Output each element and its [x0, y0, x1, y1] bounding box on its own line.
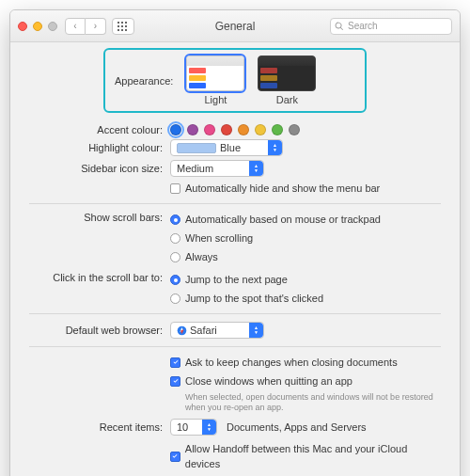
scrollclick-label: Click in the scroll bar to:	[29, 272, 170, 283]
radio-label: Jump to the spot that's clicked	[185, 291, 323, 306]
titlebar: ‹ › General Search	[10, 10, 460, 42]
accent-dot-1[interactable]	[187, 124, 198, 135]
accent-dots	[170, 124, 300, 135]
recent-value: 10	[177, 421, 188, 433]
radio-icon	[170, 214, 180, 225]
scrollclick-option-0[interactable]: Jump to the next page	[170, 272, 288, 287]
radio-label: Jump to the next page	[185, 272, 288, 287]
radio-label: Always	[185, 249, 218, 264]
chevron-icon	[202, 420, 216, 435]
safari-icon	[177, 325, 187, 336]
svg-rect-1	[121, 22, 123, 24]
svg-rect-2	[125, 22, 127, 24]
appearance-dark-option[interactable]: Dark	[258, 56, 316, 105]
chevron-icon	[249, 323, 263, 338]
accent-dot-7[interactable]	[289, 124, 300, 135]
svg-rect-7	[121, 29, 123, 31]
ask-keep-label: Ask to keep changes when closing documen…	[185, 355, 398, 370]
checkbox-icon	[170, 376, 180, 387]
scrollclick-option-1[interactable]: Jump to the spot that's clicked	[170, 291, 323, 306]
radio-icon	[170, 294, 180, 304]
highlight-label: Highlight colour:	[29, 142, 170, 153]
svg-rect-8	[125, 29, 127, 31]
svg-rect-5	[125, 25, 127, 27]
handoff-label: Allow Handoff between this Mac and your …	[185, 441, 441, 471]
recent-dropdown[interactable]: 10	[170, 419, 217, 436]
scrollbars-option-1[interactable]: When scrolling	[170, 230, 253, 246]
auto-hide-menubar-checkbox[interactable]: Automatically hide and show the menu bar	[170, 181, 380, 196]
appearance-light-option[interactable]: Light	[186, 56, 244, 105]
search-placeholder: Search	[348, 21, 378, 31]
scrollbars-option-2[interactable]: Always	[170, 249, 218, 264]
close-button[interactable]	[18, 22, 27, 31]
sidebar-size-value: Medium	[177, 163, 213, 174]
traffic-lights	[18, 22, 57, 31]
search-input[interactable]: Search	[330, 18, 452, 35]
accent-dot-6[interactable]	[272, 124, 283, 135]
light-thumbnail	[186, 56, 244, 91]
chevron-icon	[268, 140, 282, 155]
light-label: Light	[204, 94, 227, 105]
browser-value: Safari	[190, 325, 217, 336]
dark-thumbnail	[258, 56, 316, 91]
minimize-button[interactable]	[33, 22, 42, 31]
back-button[interactable]: ‹	[65, 18, 86, 35]
radio-label: When scrolling	[185, 230, 253, 246]
scrollbars-option-0[interactable]: Automatically based on mouse or trackpad	[170, 212, 381, 227]
content-area: Appearance: Light Dark Accent colour:	[10, 42, 460, 476]
auto-hide-menubar-label: Automatically hide and show the menu bar	[185, 181, 380, 196]
appearance-highlight: Appearance: Light Dark	[103, 48, 367, 113]
radio-icon	[170, 233, 180, 244]
checkbox-icon	[170, 183, 180, 194]
search-icon	[335, 22, 344, 31]
recent-label: Recent items:	[29, 421, 170, 433]
svg-rect-0	[118, 22, 119, 24]
recent-suffix: Documents, Apps and Servers	[227, 421, 367, 433]
close-windows-checkbox[interactable]: Close windows when quitting an app	[170, 373, 352, 389]
browser-label: Default web browser:	[29, 325, 170, 336]
sidebar-size-dropdown[interactable]: Medium	[170, 160, 264, 177]
accent-dot-2[interactable]	[204, 124, 215, 135]
highlight-swatch	[177, 143, 216, 153]
chevron-icon	[249, 161, 263, 176]
checkbox-icon	[170, 452, 180, 462]
accent-dot-0[interactable]	[170, 124, 181, 135]
forward-button[interactable]: ›	[86, 18, 106, 35]
close-windows-label: Close windows when quitting an app	[185, 373, 352, 389]
highlight-dropdown[interactable]: Blue	[170, 139, 283, 156]
zoom-button[interactable]	[48, 22, 57, 31]
accent-dot-3[interactable]	[221, 124, 232, 135]
accent-label: Accent colour:	[29, 124, 170, 135]
sidebar-size-label: Sidebar icon size:	[29, 163, 170, 174]
radio-icon	[170, 252, 180, 262]
accent-dot-5[interactable]	[255, 124, 266, 135]
close-windows-subtext: When selected, open documents and window…	[185, 392, 441, 413]
radio-icon	[170, 275, 180, 285]
svg-rect-3	[118, 25, 119, 27]
browser-dropdown[interactable]: Safari	[170, 322, 264, 339]
nav-buttons: ‹ ›	[65, 18, 106, 35]
general-preferences-window: ‹ › General Search Appearance: Light	[9, 9, 461, 476]
svg-rect-4	[121, 25, 123, 27]
radio-label: Automatically based on mouse or trackpad	[185, 212, 381, 227]
scrollbars-label: Show scroll bars:	[29, 212, 170, 223]
highlight-value: Blue	[220, 142, 241, 153]
grid-button[interactable]	[112, 18, 134, 35]
dark-label: Dark	[276, 94, 298, 105]
ask-keep-checkbox[interactable]: Ask to keep changes when closing documen…	[170, 355, 398, 370]
appearance-label: Appearance:	[115, 75, 173, 87]
accent-dot-4[interactable]	[238, 124, 249, 135]
svg-rect-6	[118, 29, 119, 31]
handoff-checkbox[interactable]: Allow Handoff between this Mac and your …	[170, 441, 441, 471]
checkbox-icon	[170, 357, 180, 368]
